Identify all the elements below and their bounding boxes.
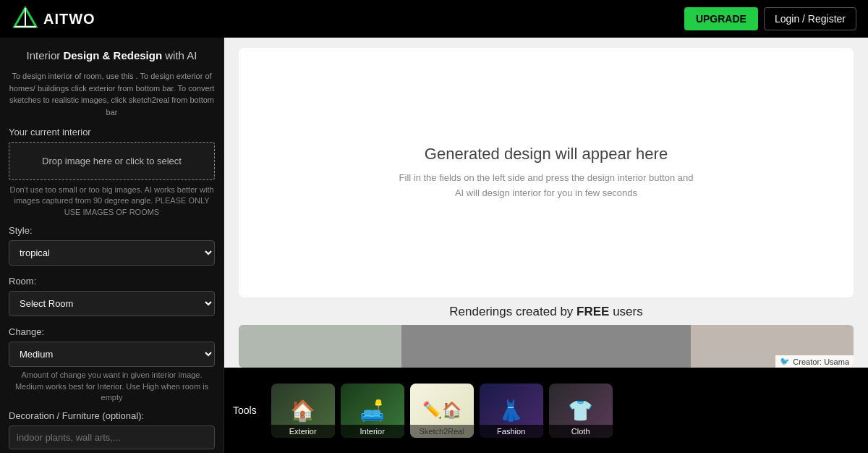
decoration-label: Decoration / Furniture (optional): [9, 410, 215, 421]
right-content: Generated design will appear here Fill i… [224, 38, 868, 453]
tool-card-cloth[interactable]: 👕 Cloth [549, 384, 613, 438]
sidebar: Interior Design & Redesign with AI To de… [0, 38, 224, 453]
dropzone-note: Don't use too small or too big images. A… [9, 185, 215, 218]
login-button[interactable]: Login / Register [764, 7, 856, 30]
tool-card-interior-label: Interior [341, 425, 404, 438]
twitter-credit: 🐦 Creator: Usama [775, 355, 854, 368]
room-label: Room: [9, 276, 215, 287]
upgrade-button[interactable]: UPGRADE [684, 7, 758, 30]
main-layout: Interior Design & Redesign with AI To de… [0, 38, 868, 453]
style-label: Style: [9, 225, 215, 236]
current-interior-label: Your current interior [9, 127, 215, 137]
design-preview: Generated design will appear here Fill i… [239, 48, 854, 297]
tool-card-cloth-label: Cloth [549, 425, 613, 438]
dropzone-text: Drop image here or click to select [42, 156, 182, 166]
decoration-input[interactable] [9, 426, 215, 449]
tools-list: 🏠 Exterior 🛋️ Interior ✏️🏠 Sketch2Real 👗… [265, 368, 618, 453]
renderings-prefix: Renderings [449, 305, 512, 318]
navbar-actions: UPGRADE Login / Register [684, 7, 856, 30]
tool-card-sketch-label: Sketch2Real [410, 425, 474, 438]
logo-text: AITWO [43, 11, 95, 27]
logo-icon [12, 5, 39, 33]
renderings-label: Renderings created by FREE users [224, 305, 868, 319]
style-select[interactable]: tropical modern scandinavian minimalist … [9, 240, 215, 266]
tool-card-fashion[interactable]: 👗 Fashion [480, 384, 543, 438]
gallery-gap [401, 325, 691, 368]
tool-card-interior[interactable]: 🛋️ Interior [341, 384, 404, 438]
renderings-middle: created by [512, 305, 576, 318]
change-note: Amount of change you want in given inter… [9, 370, 215, 403]
preview-description: Fill in the fields on the left side and … [399, 171, 694, 201]
tool-card-sketch2real[interactable]: ✏️🏠 Sketch2Real [410, 384, 474, 438]
change-select[interactable]: Low Medium High [9, 342, 215, 367]
twitter-icon: 🐦 [780, 357, 790, 366]
twitter-credit-text: Creator: Usama [793, 357, 849, 366]
logo: AITWO [12, 5, 95, 33]
gallery-strip [239, 325, 854, 368]
tool-card-exterior[interactable]: 🏠 Exterior [271, 384, 335, 438]
change-label: Change: [9, 326, 215, 337]
gallery-section: 🐦 Creator: Usama [239, 325, 854, 368]
renderings-bold: FREE [576, 305, 609, 318]
sidebar-title: Interior Design & Redesign with AI [9, 48, 215, 63]
tool-card-exterior-label: Exterior [271, 425, 335, 438]
tools-bar: Tools 🏠 Exterior 🛋️ Interior ✏️🏠 Sketch2… [224, 368, 868, 453]
tool-card-fashion-label: Fashion [480, 425, 543, 438]
gallery-image-1 [239, 325, 401, 368]
room-select[interactable]: Select Room Living Room Bedroom Kitchen … [9, 291, 215, 316]
navbar: AITWO UPGRADE Login / Register [0, 0, 868, 38]
renderings-suffix: users [609, 305, 642, 318]
sidebar-description: To design interior of room, use this . T… [9, 70, 215, 118]
tools-label: Tools [224, 368, 265, 453]
image-dropzone[interactable]: Drop image here or click to select [9, 142, 215, 180]
preview-title: Generated design will appear here [425, 145, 668, 164]
sidebar-title-bold: Design & Redesign [63, 49, 162, 62]
